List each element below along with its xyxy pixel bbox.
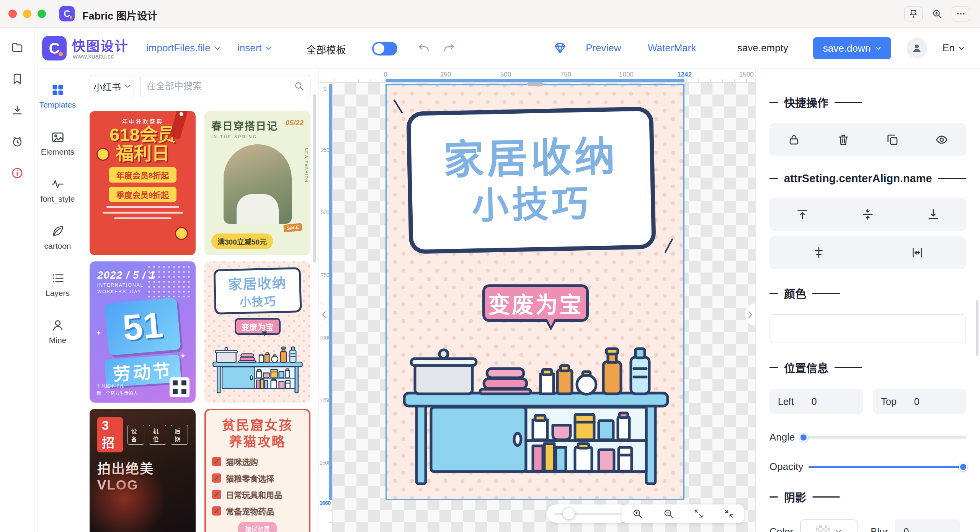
distribute-horizontal-icon[interactable] xyxy=(908,243,927,262)
duplicate-icon[interactable] xyxy=(883,130,902,149)
logo-url: www.kuaitu.cc xyxy=(73,53,114,60)
watermark-link[interactable]: WaterMark xyxy=(648,42,696,54)
close-button[interactable] xyxy=(8,10,17,18)
logo-name[interactable]: 快图设计 xyxy=(72,35,129,55)
poster-speech-bubble[interactable]: 变废为宝 xyxy=(482,284,589,322)
section-quick-actions: 快捷操作 xyxy=(769,94,966,110)
smiley-decoration xyxy=(96,148,109,161)
save-icon[interactable] xyxy=(11,73,23,86)
template-card-spring-outfit[interactable]: 春日穿搭日记 IN THE SPRING 05/22 NEW FASHION 满… xyxy=(204,111,310,255)
info-icon[interactable] xyxy=(11,167,23,181)
zoom-out-icon[interactable] xyxy=(663,508,674,519)
lock-icon[interactable] xyxy=(784,130,804,149)
templates-toggle[interactable] xyxy=(372,42,397,55)
window-titlebar: C Fabric 图片设计 xyxy=(0,0,980,28)
zoom-search-icon[interactable] xyxy=(932,8,942,19)
template-card-618-member[interactable]: 年中狂欢盛典 618会员 福利日 年度会员8折起 季度会员9折起 xyxy=(90,111,196,255)
templates-scrollbar[interactable] xyxy=(313,94,316,263)
search-box xyxy=(140,75,310,97)
photo-placeholder xyxy=(224,144,292,224)
shadow-color-label: Color xyxy=(769,526,793,532)
align-horizontal-center-icon[interactable] xyxy=(809,243,828,262)
vertical-align-box xyxy=(769,198,966,231)
align-bottom-icon[interactable] xyxy=(924,205,943,224)
save-empty-link[interactable]: save.empty xyxy=(737,42,788,54)
align-top-icon[interactable] xyxy=(793,205,812,224)
search-icon[interactable] xyxy=(294,81,304,91)
ribbon-decoration xyxy=(170,111,188,139)
insert-menu[interactable]: insert xyxy=(237,42,272,54)
template-card-cat-guide[interactable]: 贫民窟女孩 养猫攻略 ✓猫咪选购 ✓猫粮零食选择 ✓日常玩具和用品 ✓常备宠物药… xyxy=(204,409,310,532)
blur-input[interactable]: 0 xyxy=(895,519,960,532)
folder-icon[interactable] xyxy=(11,41,23,55)
language-selector[interactable]: En xyxy=(942,42,965,54)
artboard-handle[interactable] xyxy=(527,82,543,86)
avatar[interactable] xyxy=(906,38,927,59)
horizontal-align-box xyxy=(769,236,966,269)
fill-color-swatch[interactable] xyxy=(769,314,966,343)
person-icon xyxy=(51,318,65,332)
ruler-horizontal: 0 250 500 750 1000 1242 1500 xyxy=(319,69,755,83)
download-icon[interactable] xyxy=(11,104,23,118)
properties-scrollbar[interactable] xyxy=(976,300,978,356)
templates-grid-icon xyxy=(51,83,65,97)
zoom-in-icon[interactable] xyxy=(632,508,643,519)
save-down-button[interactable]: save.down xyxy=(813,37,891,59)
poster-title-frame[interactable]: 家居收纳 小技巧 xyxy=(406,106,656,254)
search-input[interactable] xyxy=(147,81,294,91)
more-menu-icon[interactable] xyxy=(952,6,970,21)
opacity-slider[interactable] xyxy=(808,466,966,468)
preview-link[interactable]: Preview xyxy=(586,42,621,54)
section-position: 位置信息 xyxy=(769,359,966,375)
redo-icon[interactable] xyxy=(443,41,456,56)
leaf-icon xyxy=(51,224,65,238)
section-color: 颜色 xyxy=(769,285,966,301)
maximize-button[interactable] xyxy=(38,10,46,18)
artboard[interactable]: 家居收纳 小技巧 变废为宝 xyxy=(385,84,684,500)
qr-code xyxy=(170,377,189,397)
section-shadow: 阴影 xyxy=(769,489,966,505)
sidebar-item-elements[interactable]: Elements xyxy=(34,120,81,167)
shadow-color-picker[interactable] xyxy=(800,519,858,532)
gem-icon[interactable] xyxy=(554,41,567,56)
undo-icon[interactable] xyxy=(417,41,430,56)
sidebar-item-mine[interactable]: Mine xyxy=(34,308,81,355)
all-templates-menu[interactable]: 全部模板 xyxy=(306,42,346,56)
trash-icon[interactable] xyxy=(834,130,853,149)
left-input[interactable]: Left0 xyxy=(769,389,863,414)
logo-icon[interactable]: C xyxy=(42,36,67,60)
table-illustration[interactable] xyxy=(398,329,674,493)
image-icon xyxy=(51,130,65,144)
pin-icon[interactable] xyxy=(904,6,923,21)
poster-title-line1: 家居收纳 xyxy=(443,132,619,184)
sidebar-nav: Templates Elements font_style cartoon La… xyxy=(34,69,81,532)
fullscreen-icon[interactable] xyxy=(694,509,704,519)
template-card-vlog[interactable]: 3招 设备 机位 后期 拍出绝美VLOG xyxy=(90,409,196,532)
minimize-button[interactable] xyxy=(23,10,31,18)
quick-actions-box xyxy=(769,123,966,156)
sidebar-item-cartoon[interactable]: cartoon xyxy=(34,214,81,261)
zoom-slider-knob[interactable] xyxy=(563,508,575,519)
template-card-home-storage[interactable]: 家居收纳 小技巧 变废为宝 xyxy=(204,261,310,403)
left-icon-strip xyxy=(0,28,34,532)
visibility-icon[interactable] xyxy=(932,130,951,149)
align-middle-icon[interactable] xyxy=(858,205,877,224)
zoom-slider[interactable] xyxy=(547,504,628,523)
section-center-align: attrSeting.centerAlign.name xyxy=(769,172,966,185)
import-files-menu[interactable]: importFiles.file xyxy=(146,42,220,54)
angle-slider[interactable] xyxy=(800,436,967,439)
sidebar-item-templates[interactable]: Templates xyxy=(34,73,81,120)
category-select[interactable]: 小红书 xyxy=(90,75,134,97)
photo-glow xyxy=(90,455,166,532)
angle-slider-knob[interactable] xyxy=(799,433,808,442)
opacity-slider-knob[interactable] xyxy=(959,463,967,471)
blur-label: Blur xyxy=(871,526,888,532)
layers-list-icon xyxy=(51,271,65,285)
history-icon[interactable] xyxy=(11,135,23,149)
top-input[interactable]: Top0 xyxy=(873,389,967,414)
sidebar-item-font-style[interactable]: font_style xyxy=(34,167,81,214)
sidebar-item-layers[interactable]: Layers xyxy=(34,261,81,308)
template-card-labor-day[interactable]: 2022 / 5 / 1 INTERNATIONAL WORKERS' DAY … xyxy=(90,261,196,403)
canvas-area[interactable]: 0 250 500 750 1000 1242 1500 0 250 500 7… xyxy=(319,69,755,532)
fit-screen-icon[interactable] xyxy=(724,509,734,519)
